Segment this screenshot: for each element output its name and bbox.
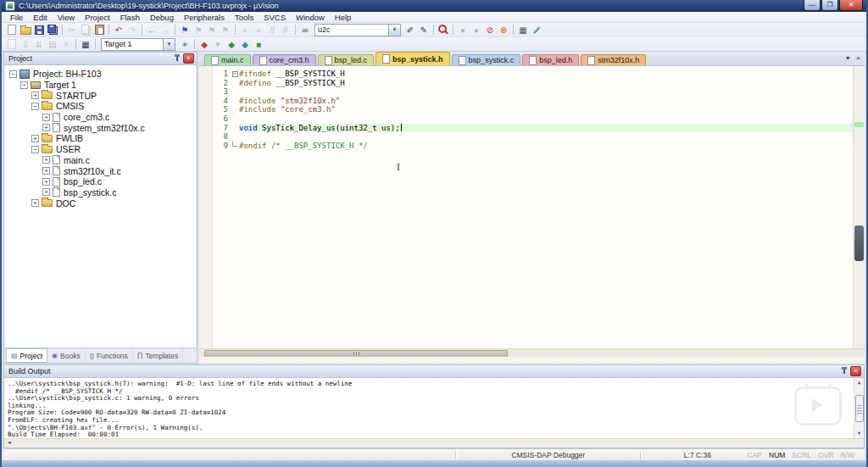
expand-icon[interactable]: + [42, 156, 50, 164]
panel-close-icon[interactable]: ✕ [183, 53, 194, 64]
tree-item-target-1[interactable]: −Target 1 [5, 80, 196, 91]
fold-marker[interactable] [231, 142, 239, 150]
code-editor[interactable]: 1−#ifndef __BSP_SYSTICK_H2#define __BSP_… [199, 66, 865, 348]
menu-edit[interactable]: Edit [28, 13, 52, 22]
scroll-left-arrow-icon[interactable]: ◄ [7, 440, 12, 445]
build-log-line[interactable]: Program Size: Code=900 RO-data=320 RW-da… [8, 409, 864, 417]
editor-tab-bsp-led-h[interactable]: bsp_led.h [522, 54, 579, 65]
translate-icon[interactable] [5, 38, 19, 50]
paste-icon[interactable] [92, 24, 106, 36]
code-line-5[interactable]: 5#include "core_cm3.h" [199, 105, 865, 114]
cut-icon[interactable]: ✂ [65, 24, 79, 36]
close-tab-button[interactable]: × [856, 54, 860, 62]
editor-scrollbar-thumb[interactable] [854, 225, 864, 261]
comment-icon[interactable]: // [265, 24, 279, 36]
tree-item-fwlib[interactable]: +FWLIB [5, 133, 196, 144]
breakpoint-disable-icon[interactable]: ⊘ [483, 24, 497, 36]
configure-icon[interactable] [530, 24, 543, 36]
editor-tab-bsp-systick-c[interactable]: bsp_systick.c [452, 54, 521, 65]
bookmark-clear-icon[interactable]: ⚑ [219, 24, 232, 36]
bookmark-next-icon[interactable]: ⚑ [205, 24, 219, 36]
menu-file[interactable]: File [5, 13, 28, 22]
tree-item-bsp-led-c[interactable]: +bsp_led.c [5, 176, 196, 187]
redo-icon[interactable]: ↷ [125, 24, 139, 36]
unindent-icon[interactable]: « [238, 24, 252, 36]
build-horizontal-scrollbar[interactable]: ◄ [4, 438, 864, 448]
chevron-down-icon[interactable]: ▼ [163, 39, 175, 50]
uncomment-icon[interactable]: // [279, 24, 292, 36]
menu-flash[interactable]: Flash [115, 13, 145, 22]
search-combobox[interactable]: u2c▼ [314, 24, 401, 36]
minimize-button[interactable]: — [804, 0, 821, 11]
editor-tab-main-c[interactable]: main.c [204, 54, 251, 65]
menu-project[interactable]: Project [80, 13, 115, 22]
tree-item-cmsis[interactable]: −CMSIS [5, 101, 196, 112]
tree-item-system-stm32f10x-c[interactable]: +system_stm32f10x.c [5, 122, 196, 133]
navigate-forward-icon[interactable]: → [159, 24, 172, 36]
tree-item-stm32f10x-it-c[interactable]: +stm32f10x_it.c [5, 165, 196, 176]
menu-svcs[interactable]: SVCS [259, 13, 291, 22]
expand-icon[interactable]: + [42, 124, 50, 131]
options-for-target-icon[interactable]: ✶ [178, 38, 192, 50]
build-vertical-scrollbar[interactable]: ▲ ▼ [854, 378, 864, 438]
editor-tab-bsp-systick-h[interactable]: bsp_systick.h [376, 52, 450, 65]
code-line-8[interactable]: 8 [199, 132, 865, 142]
collapse-icon[interactable]: − [9, 70, 17, 78]
breakpoint-enable-icon[interactable]: ● [470, 24, 483, 36]
pin-icon[interactable] [174, 54, 181, 63]
save-icon[interactable] [32, 24, 46, 36]
save-all-icon[interactable] [46, 24, 59, 36]
navigate-back-icon[interactable]: ← [145, 24, 159, 36]
target-select-combobox[interactable]: Target 1▼ [101, 38, 175, 51]
menu-debug[interactable]: Debug [145, 13, 179, 22]
rebuild-icon[interactable]: ⇊ [32, 38, 46, 50]
tree-item-doc[interactable]: +DOC [5, 197, 196, 208]
build-icon[interactable]: ⇩ [19, 38, 32, 50]
pack-installer-icon[interactable]: ■ [252, 38, 265, 50]
indent-icon[interactable]: » [252, 24, 265, 36]
build-output-log[interactable]: ▲ ▼ ..\User\systick\bsp_systick.h(7): wa… [4, 378, 864, 438]
open-folder-icon[interactable] [19, 24, 32, 36]
pin-icon[interactable] [841, 367, 848, 375]
find-in-files-icon[interactable]: ∞ [298, 24, 312, 36]
editor-tab-core-cm3-h[interactable]: core_cm3.h [253, 54, 316, 65]
tab-project[interactable]: ▤Project [6, 348, 47, 363]
tree-item-user[interactable]: −USER [5, 144, 196, 155]
expand-icon[interactable]: + [42, 114, 50, 121]
collapse-icon[interactable]: − [31, 103, 39, 110]
collapse-icon[interactable]: − [31, 146, 39, 153]
menu-tools[interactable]: Tools [230, 13, 259, 22]
scroll-up-arrow-icon[interactable]: ▲ [858, 379, 861, 386]
build-log-line[interactable]: ".\Objects\BH-F103.axf" - 0 Error(s), 1 … [8, 425, 864, 432]
menu-peripherals[interactable]: Peripherals [179, 13, 230, 22]
bookmark-prev-icon[interactable]: ⚑ [192, 24, 205, 36]
menu-help[interactable]: Help [330, 13, 357, 22]
tree-item-bsp-systick-c[interactable]: +bsp_systick.c [5, 187, 196, 198]
code-line-7[interactable]: 7void SysTick_Delay_us(uint32_t us); [199, 124, 865, 133]
breakpoint-toggle-icon[interactable]: ● [456, 24, 470, 36]
tab-list-dropdown[interactable]: ▾ [846, 54, 849, 62]
batch-build-icon[interactable]: ▤ [46, 38, 59, 50]
flash-download-icon[interactable]: ▦ [79, 38, 92, 50]
menu-window[interactable]: Window [291, 13, 330, 22]
editor-tab-bsp-led-c[interactable]: bsp_led.c [318, 54, 375, 65]
breakpoint-kill-icon[interactable]: ⊗ [497, 24, 510, 36]
incremental-find-icon[interactable]: ✎ [417, 24, 431, 36]
tab-books[interactable]: ◉Books [47, 349, 86, 362]
expand-icon[interactable]: + [31, 135, 39, 142]
panel-close-icon[interactable]: ✕ [850, 366, 861, 376]
code-line-9[interactable]: 9#endif /* __BSP_SYSTICK_H */ [199, 142, 865, 151]
expand-icon[interactable]: + [31, 199, 39, 207]
code-line-2[interactable]: 2#define __BSP_SYSTICK_H [199, 79, 865, 88]
copy-icon[interactable] [79, 24, 92, 36]
chevron-down-icon[interactable]: ▼ [388, 25, 400, 36]
build-log-line[interactable]: ..\User\systick\bsp_systick.h(7): warnin… [8, 381, 864, 388]
search-icon[interactable] [437, 24, 450, 36]
editor-tab-stm32f10x-h[interactable]: stm32f10x.h [581, 54, 646, 65]
tree-item-project-bh-f103[interactable]: −Project: BH-F103 [5, 69, 196, 80]
menu-view[interactable]: View [53, 13, 80, 22]
select-packs-icon[interactable]: ◆ [238, 38, 252, 50]
build-log-line[interactable]: ..\User\systick\bsp_systick.c: 1 warning… [8, 395, 864, 403]
find-next-icon[interactable]: ✐ [403, 24, 417, 36]
expand-icon[interactable]: + [42, 167, 50, 175]
